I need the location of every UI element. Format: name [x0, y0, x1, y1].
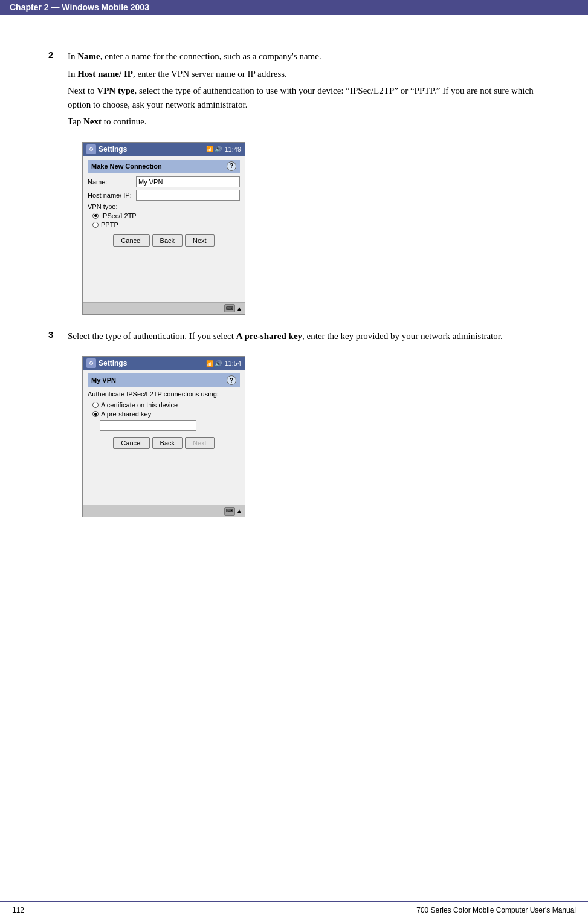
radio-pptp-label: PPTP — [101, 221, 118, 228]
btn-row-1: Cancel Back Next — [88, 234, 240, 247]
input-hostname[interactable] — [136, 190, 240, 201]
titlebar-title-2: Settings — [99, 359, 127, 367]
form-row-hostname: Host name/ IP: — [88, 190, 240, 201]
titlebar-right-1: 📶 🔊 11:49 — [206, 146, 241, 153]
help-button-1[interactable]: ? — [227, 161, 236, 171]
step-3-para-1: Select the type of authentication. If yo… — [68, 329, 552, 343]
help-button-2[interactable]: ? — [227, 375, 236, 385]
step-3-row: 3 Select the type of authentication. If … — [48, 329, 552, 347]
keyboard-icon-1[interactable]: ⌨ — [224, 304, 235, 312]
step-2-number: 2 — [48, 50, 65, 60]
radio-cert-label: A certificate on this device — [101, 401, 178, 409]
radio-preshared-label: A pre-shared key — [101, 410, 151, 418]
step-2-para-3: Next to VPN type, select the type of aut… — [68, 84, 552, 111]
radio-certificate[interactable]: A certificate on this device — [88, 401, 240, 409]
next-bold-1: Next — [83, 117, 102, 126]
radio-ipsec-label: IPSec/L2TP — [101, 212, 137, 219]
time-2: 11:54 — [224, 360, 241, 367]
settings-icon-2: ⚙ — [86, 358, 96, 368]
chapter-title: Chapter 2 — Windows Mobile 2003 — [10, 2, 149, 12]
signal-icon-1: 📶 🔊 — [206, 146, 222, 152]
input-name[interactable] — [136, 176, 240, 187]
scroll-arrow-2: ▲ — [236, 508, 242, 514]
step-3-block: 3 Select the type of authentication. If … — [48, 329, 552, 518]
step-2-row: 2 In Name, enter a name for the connecti… — [48, 50, 552, 132]
preshared-bold: A pre-shared key — [236, 331, 302, 341]
auth-label: Authenticate IPSec/L2TP connections usin… — [88, 390, 240, 398]
step-2-para-4: Tap Next to continue. — [68, 115, 552, 129]
page-number: 112 — [12, 906, 24, 914]
back-button-2[interactable]: Back — [152, 437, 183, 449]
manual-title: 700 Series Color Mobile Computer User's … — [416, 906, 576, 914]
device-screenshot-1: ⚙ Settings 📶 🔊 11:49 Make New Connection… — [82, 142, 245, 315]
device-titlebar-1: ⚙ Settings 📶 🔊 11:49 — [83, 143, 245, 156]
radio-pptp-btn[interactable] — [92, 222, 99, 228]
preshared-key-input[interactable] — [100, 420, 196, 431]
vpn-type-label: VPN type: — [88, 203, 240, 210]
titlebar-title-1: Settings — [99, 145, 127, 154]
cancel-button-1[interactable]: Cancel — [113, 234, 149, 247]
radio-ipsec-btn[interactable] — [92, 213, 99, 219]
radio-pptp[interactable]: PPTP — [88, 221, 240, 228]
titlebar-right-2: 📶 🔊 11:54 — [206, 360, 241, 367]
label-hostname: Host name/ IP: — [88, 192, 136, 199]
titlebar-left-1: ⚙ Settings — [86, 144, 127, 154]
main-content: 2 In Name, enter a name for the connecti… — [0, 31, 588, 550]
label-name: Name: — [88, 178, 136, 186]
name-bold: Name — [77, 51, 100, 61]
chapter-header: Chapter 2 — Windows Mobile 2003 — [0, 0, 588, 15]
blank-space-2 — [88, 453, 240, 501]
time-1: 11:49 — [224, 146, 241, 153]
screenshot-2-container: ⚙ Settings 📶 🔊 11:54 My VPN ? Authentica… — [65, 356, 552, 517]
form-row-name: Name: — [88, 176, 240, 187]
vpntype-bold: VPN type — [97, 86, 134, 95]
cancel-button-2[interactable]: Cancel — [113, 437, 149, 449]
footer-bar: 112 700 Series Color Mobile Computer Use… — [0, 901, 588, 918]
vpn-type-group: VPN type: IPSec/L2TP PPTP — [88, 203, 240, 228]
back-button-1[interactable]: Back — [152, 234, 183, 247]
device-body-1: Make New Connection ? Name: Host name/ I… — [83, 156, 245, 302]
settings-icon-1: ⚙ — [86, 144, 96, 154]
device-body-2: My VPN ? Authenticate IPSec/L2TP connect… — [83, 370, 245, 505]
hostname-bold: Host name/ IP — [77, 69, 133, 79]
radio-cert-btn[interactable] — [92, 402, 99, 408]
radio-ipsec[interactable]: IPSec/L2TP — [88, 212, 240, 219]
device-bottom-1: ⌨ ▲ — [83, 302, 245, 314]
btn-row-2: Cancel Back Next — [88, 437, 240, 449]
radio-preshared-btn[interactable] — [92, 411, 99, 417]
device-titlebar-2: ⚙ Settings 📶 🔊 11:54 — [83, 357, 245, 370]
preshared-input-row — [88, 420, 240, 431]
device-subtitle-2: My VPN ? — [88, 373, 240, 387]
step-2-para-2: In Host name/ IP, enter the VPN server n… — [68, 67, 552, 81]
blank-space-1 — [88, 250, 240, 299]
next-button-2[interactable]: Next — [185, 437, 215, 449]
device-subtitle-1: Make New Connection ? — [88, 160, 240, 173]
radio-preshared[interactable]: A pre-shared key — [88, 410, 240, 418]
step-3-text: Select the type of authentication. If yo… — [68, 329, 552, 347]
scroll-arrow-1: ▲ — [236, 305, 242, 312]
step-2-para-1: In Name, enter a name for the connection… — [68, 50, 552, 63]
device-screenshot-2: ⚙ Settings 📶 🔊 11:54 My VPN ? Authentica… — [82, 356, 245, 517]
device-bottom-2: ⌨ ▲ — [83, 505, 245, 517]
signal-icon-2: 📶 🔊 — [206, 360, 222, 367]
step-2-text: In Name, enter a name for the connection… — [68, 50, 552, 132]
screenshot-1-container: ⚙ Settings 📶 🔊 11:49 Make New Connection… — [65, 142, 552, 315]
step-2-block: 2 In Name, enter a name for the connecti… — [48, 50, 552, 315]
step-3-number: 3 — [48, 329, 65, 340]
titlebar-left-2: ⚙ Settings — [86, 358, 127, 368]
next-button-1[interactable]: Next — [185, 234, 215, 247]
keyboard-icon-2[interactable]: ⌨ — [224, 507, 235, 516]
